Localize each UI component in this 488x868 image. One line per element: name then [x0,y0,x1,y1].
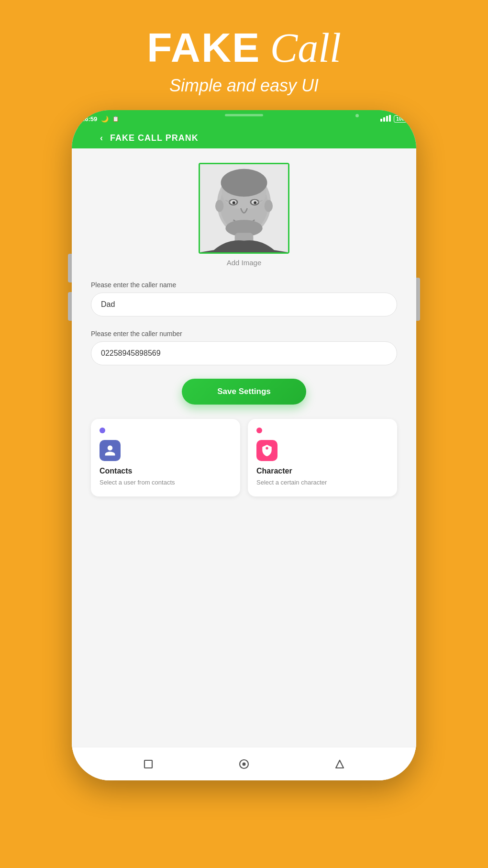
profile-image-section: Add Image [199,163,289,267]
contacts-dot [100,428,105,433]
notch-pill-container [225,114,263,116]
signal-bars [380,115,391,123]
number-field-label: Please enter the caller number [91,330,397,338]
time-display: 16:59 [81,115,97,123]
svg-rect-3 [389,115,391,122]
power-button[interactable] [416,278,420,321]
character-dot [256,428,262,433]
phone-frame: 16:59 🌙 📋 1 [72,110,416,780]
back-button[interactable]: ‹ [93,129,110,147]
status-left: 16:59 🌙 📋 [81,115,119,123]
contacts-card[interactable]: Contacts Select a user from contacts [91,419,240,496]
caller-number-input[interactable] [91,341,397,365]
caller-name-section: Please enter the caller name [91,281,397,325]
phone-device: 16:59 🌙 📋 1 [72,110,416,780]
battery-indicator: 100 [394,115,407,123]
contacts-icon-bg [100,440,121,461]
svg-point-17 [254,201,256,204]
app-subtitle: Simple and easy UI [147,76,341,96]
phone-screen: Add Image Please enter the caller name P… [72,148,416,747]
svg-text:?: ? [266,449,268,453]
character-card-title: Character [256,467,388,475]
cards-row: Contacts Select a user from contacts ? C… [91,419,397,496]
svg-marker-26 [336,760,344,768]
caller-number-section: Please enter the caller number [91,330,397,374]
character-card-desc: Select a certain character [256,478,388,487]
phone-bottom-nav [72,747,416,780]
home-nav-button[interactable] [142,758,155,770]
title-fake: FAKE [147,24,260,70]
recents-nav-button[interactable] [333,758,346,770]
back-nav-button[interactable] [238,758,250,770]
notch-dot [355,114,359,117]
svg-rect-23 [144,760,152,768]
save-settings-button[interactable]: Save Settings [182,379,306,405]
name-field-label: Please enter the caller name [91,281,397,289]
sim-icon: 📋 [112,116,119,122]
profile-image[interactable] [199,163,289,254]
character-icon-bg: ? [256,440,277,461]
nav-title: FAKE CALL PRANK [110,133,199,143]
status-bar: 16:59 🌙 📋 1 [72,110,416,127]
volume-down-button[interactable] [68,292,72,321]
svg-rect-2 [386,116,388,122]
nav-bar: ‹ FAKE CALL PRANK [83,127,225,148]
app-header: FAKE Call Simple and easy UI [147,0,341,110]
svg-rect-0 [380,119,382,122]
moon-icon: 🌙 [101,115,109,123]
svg-rect-1 [383,117,385,122]
svg-point-9 [221,169,267,197]
svg-point-10 [215,200,223,212]
status-right: 100 [380,115,407,123]
svg-point-25 [243,762,246,766]
top-bar: 16:59 🌙 📋 1 [72,110,416,148]
svg-point-11 [265,200,273,212]
back-arrow-icon: ‹ [100,133,103,143]
volume-up-button[interactable] [68,254,72,282]
contacts-card-desc: Select a user from contacts [100,478,232,487]
contacts-card-title: Contacts [100,467,232,475]
title-call: Call [270,25,341,71]
svg-point-16 [233,201,235,204]
character-card[interactable]: ? Character Select a certain character [248,419,397,496]
caller-name-input[interactable] [91,293,397,316]
add-image-label: Add Image [227,259,262,267]
